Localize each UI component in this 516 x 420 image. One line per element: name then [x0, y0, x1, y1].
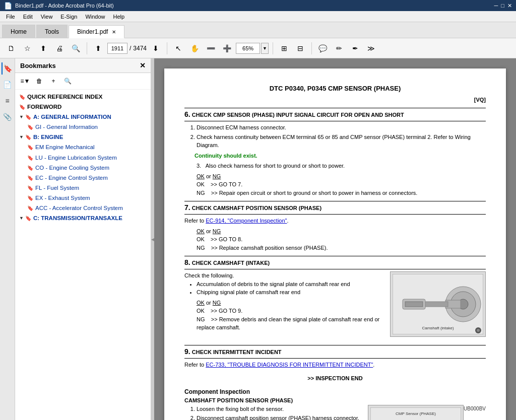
bookmark-quick-ref[interactable]: 🔖 QUICK REFERENCE INDEX — [15, 92, 151, 102]
prev-page-btn[interactable]: ⬆ — [91, 41, 105, 55]
highlight-btn[interactable]: ✏ — [332, 41, 346, 55]
svg-point-10 — [477, 329, 480, 332]
sidebar-close-btn[interactable]: ✕ — [140, 61, 146, 69]
page-total: 3474 — [133, 45, 147, 52]
tab-close-btn[interactable]: ✕ — [112, 29, 116, 35]
bookmark-fl[interactable]: 🔖 FL - Fuel System — [15, 183, 151, 193]
section-6-body: Disconnect ECM harness connector. Check … — [184, 123, 486, 197]
more-tools-btn[interactable]: ≫ — [364, 41, 378, 55]
bookmark-label-ex: EX - Exhaust System — [35, 194, 90, 202]
section-6-note: Continuity should exist. — [195, 152, 486, 160]
tab-binder1-label: Binder1.pdf — [77, 28, 108, 35]
add-bookmark-btn[interactable]: + — [47, 75, 59, 87]
zoom-out-btn[interactable]: ➖ — [204, 41, 218, 55]
bookmark-c-transmission[interactable]: ▼ 🔖 C: TRANSMISSION/TRANSAXLE — [15, 213, 151, 223]
bookmark-lu[interactable]: 🔖 LU - Engine Lubrication System — [15, 153, 151, 163]
pages-panel-btn[interactable]: 📄 — [2, 79, 14, 91]
cursor-tool-btn[interactable]: ↖ — [171, 41, 185, 55]
bookmark-star-btn[interactable]: ☆ — [20, 41, 34, 55]
bookmark-foreword[interactable]: 🔖 FOREWORD — [15, 102, 151, 112]
tab-tools[interactable]: Tools — [36, 25, 68, 38]
upload-btn[interactable]: ⬆ — [36, 41, 50, 55]
section-7-ok-ng: OK or NG OK >> GO TO 8. NG >> Replace ca… — [197, 227, 486, 252]
component-subtitle: CAMSHAFT POSITION SENSOR (PHASE) — [184, 396, 486, 405]
title-bar: 📄 Binder1.pdf - Adobe Acrobat Pro (64-bi… — [0, 0, 516, 11]
find-bookmark-btn[interactable]: 🔍 — [61, 75, 74, 87]
bookmark-label-lu: LU - Engine Lubrication System — [35, 154, 117, 162]
menu-edit[interactable]: Edit — [19, 13, 37, 21]
draw-btn[interactable]: ✒ — [348, 41, 362, 55]
section-6-step3-text: Also check harness for short to ground o… — [206, 163, 345, 169]
section-7-num: 7. — [184, 203, 190, 212]
bookmark-gi[interactable]: 🔖 GI - General Information — [15, 122, 151, 132]
expand-icon-b: ▼ — [19, 134, 24, 141]
component-inspection: Component Inspection CAMSHAFT POSITION S… — [184, 387, 486, 420]
section-7-body: Refer to EC-914, "Component Inspection".… — [184, 217, 486, 252]
menu-esign[interactable]: E-Sign — [56, 13, 81, 21]
bookmarks-panel-btn[interactable]: 🔖 — [2, 62, 14, 75]
ng-text-7: NG >> Replace camshaft position sensor (… — [197, 245, 328, 251]
bookmark-label-quick-ref: QUICK REFERENCE INDEX — [27, 93, 103, 101]
section-9-num: 9. — [184, 347, 190, 356]
minimize-btn[interactable]: ─ — [494, 3, 498, 9]
next-page-btn[interactable]: ⬇ — [149, 41, 163, 55]
tab-home[interactable]: Home — [2, 25, 35, 38]
section-9-header: 9. CHECK INTERMITTENT INCIDENT — [184, 345, 486, 359]
menu-window[interactable]: Window — [81, 13, 109, 21]
menu-help[interactable]: Help — [109, 13, 129, 21]
zoom-in-btn[interactable]: ➕ — [220, 41, 234, 55]
bookmark-ec[interactable]: 🔖 EC - Engine Control System — [15, 173, 151, 183]
bookmark-em[interactable]: 🔖 EM Engine Mechanical — [15, 142, 151, 152]
section-6-step3-num: 3. — [197, 163, 204, 169]
expand-icon-a: ▼ — [19, 114, 24, 120]
inspection-end: >> INSPECTION END — [184, 374, 486, 383]
bookmark-icon-ec: 🔖 — [27, 175, 33, 182]
fit-page-btn[interactable]: ⊞ — [277, 41, 291, 55]
bookmark-icon-ex: 🔖 — [27, 195, 33, 202]
component-body: CMP Sensor (PHASE) Loosen the fixing bol… — [184, 405, 486, 421]
bookmark-icon-c: 🔖 — [25, 215, 31, 222]
zoom-dropdown-btn[interactable]: ▼ — [261, 43, 269, 54]
layers-panel-btn[interactable]: ≡ — [2, 95, 14, 107]
expand-icon-c: ▼ — [19, 215, 24, 222]
zoom-control: ▼ — [236, 43, 269, 54]
zoom-input[interactable] — [236, 43, 260, 54]
sep2 — [167, 42, 167, 54]
find-btn[interactable]: 🔍 — [69, 41, 83, 55]
section-9-body: Refer to EC-733, "TROUBLE DIAGNOSIS FOR … — [184, 361, 486, 369]
hand-tool-btn[interactable]: ✋ — [187, 41, 202, 55]
attachments-panel-btn[interactable]: 📎 — [2, 111, 14, 123]
menu-file[interactable]: File — [2, 13, 19, 21]
bookmark-options-btn[interactable]: ≡▼ — [19, 75, 31, 87]
bookmark-label-gi: GI - General Information — [35, 123, 98, 131]
ng-text-8: NG >> Remove debris and clean the signal… — [197, 316, 379, 331]
section-6-step3-container: 3. Also check harness for short to groun… — [197, 162, 486, 170]
delete-bookmark-btn[interactable]: 🗑 — [33, 75, 45, 87]
ec-733-link[interactable]: EC-733, "TROUBLE DIAGNOSIS FOR INTERMITT… — [206, 362, 373, 368]
bookmark-b-engine[interactable]: ▼ 🔖 B: ENGINE — [15, 132, 151, 142]
menu-view[interactable]: View — [37, 13, 57, 21]
close-btn[interactable]: ✕ — [507, 3, 512, 9]
maximize-btn[interactable]: □ — [501, 3, 504, 9]
menu-bar: File Edit View E-Sign Window Help — [0, 11, 516, 22]
page-number-input[interactable] — [107, 43, 127, 54]
section-6-list: Disconnect ECM harness connector. Check … — [197, 123, 486, 150]
tab-binder1[interactable]: Binder1.pdf ✕ — [69, 25, 124, 38]
fit-width-btn[interactable]: ⊟ — [293, 41, 307, 55]
bookmark-icon-foreword: 🔖 — [19, 104, 25, 111]
pdf-area[interactable]: DTC P0340, P0345 CMP SENSOR (PHASE) [VQ]… — [154, 58, 516, 420]
comment-btn[interactable]: 💬 — [316, 41, 330, 55]
print-btn[interactable]: 🖨 — [52, 41, 67, 55]
tab-tools-label: Tools — [45, 28, 59, 35]
bookmark-co[interactable]: 🔖 CO - Engine Cooling System — [15, 163, 151, 173]
sep3 — [273, 42, 273, 54]
bookmark-icon-em: 🔖 — [27, 144, 33, 151]
new-btn[interactable]: 🗋 — [4, 41, 18, 55]
bookmark-acc[interactable]: 🔖 ACC - Accelerator Control System — [15, 203, 151, 213]
bookmark-ex[interactable]: 🔖 EX - Exhaust System — [15, 193, 151, 203]
bookmark-label-a: A: GENERAL INFORMATION — [33, 113, 111, 121]
ok-label-7: OK or NG — [197, 228, 221, 234]
ec-914-link[interactable]: EC-914, "Component Inspection" — [206, 218, 287, 224]
section-7-refer: Refer to EC-914, "Component Inspection". — [184, 217, 486, 225]
bookmark-a-general[interactable]: ▼ 🔖 A: GENERAL INFORMATION — [15, 112, 151, 122]
